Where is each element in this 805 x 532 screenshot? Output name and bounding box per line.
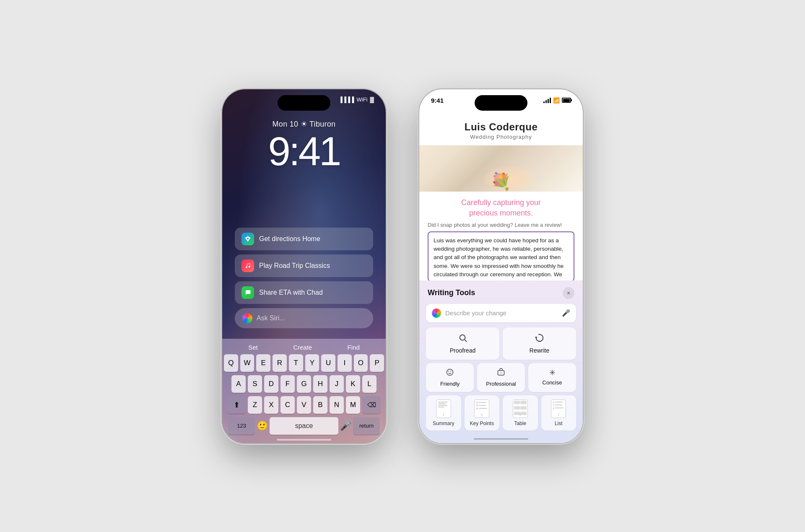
key-y[interactable]: Y [305,354,319,372]
svg-line-5 [465,340,467,342]
list-button[interactable]: ↓ List [541,395,576,431]
suggestion-messages-label: Share ETA with Chad [259,289,323,296]
writing-tools-mic-icon[interactable]: 🎤 [562,309,570,317]
svg-point-6 [447,369,453,375]
writing-tools-input[interactable]: Describe your change 🎤 [426,304,576,322]
proofread-button[interactable]: Proofread [426,327,499,360]
key-b[interactable]: B [313,396,327,414]
key-r[interactable]: R [273,354,287,372]
suggestion-directions[interactable]: Get directions Home [235,228,373,250]
table-button[interactable]: ↓ Table [503,395,538,431]
maps-icon [242,233,254,245]
writing-tools-close-button[interactable]: × [563,287,574,299]
photographer-subtitle: Wedding Photography [428,134,574,140]
key-d[interactable]: D [264,375,278,393]
battery-icon-1: ▓ [370,96,374,103]
professional-button[interactable]: Professional [477,363,525,392]
key-t[interactable]: T [289,354,303,372]
rewrite-label: Rewrite [530,347,549,354]
key-return[interactable]: return [353,417,380,435]
summary-button[interactable]: ↓ Summary [426,395,461,431]
key-emoji[interactable]: 🙂 [255,418,270,434]
table-doc-icon: ↓ [513,400,528,418]
phone-1-lock-screen: 9:41 ▐▐▐▐ WiFi ▓ Mon 10 ☀ Tiburon 9:41 G… [222,89,386,443]
key-i[interactable]: I [338,354,352,372]
hero-flowers-decoration: 💐 [491,172,512,192]
website-header: Luis Coderque Wedding Photography [419,114,583,145]
review-text-box[interactable]: Luis was everything we could have hoped … [428,231,574,282]
predictive-row: Set Create Find [224,342,384,354]
keyboard-row-3: ⬆ Z X C V B N M ⌫ [224,396,384,414]
friendly-label: Friendly [440,381,460,387]
predict-create[interactable]: Create [293,344,312,351]
writing-tools-panel: Writing Tools × Describe your change 🎤 [419,280,583,443]
key-x[interactable]: X [264,396,278,414]
keyboard-row-2: A S D F G H J K L [224,375,384,393]
key-u[interactable]: U [321,354,335,372]
key-w[interactable]: W [240,354,254,372]
key-j[interactable]: J [330,375,344,393]
review-text: Luis was everything we could have hoped … [434,237,564,282]
siri-suggestions: Get directions Home Play Road Trip Class… [235,228,373,328]
svg-point-2 [246,266,247,268]
key-e[interactable]: E [256,354,270,372]
siri-orb-icon [242,313,252,323]
key-z[interactable]: Z [248,396,262,414]
writing-tools-mid-grid: Friendly Professional ✳ Concise [426,363,576,392]
status-icons-2: 📶 [543,97,571,104]
photographer-name: Luis Coderque [428,121,574,133]
key-c[interactable]: C [280,396,295,414]
dynamic-island-2 [475,95,527,111]
suggestion-music[interactable]: Play Road Trip Classics [235,254,373,277]
key-q[interactable]: Q [224,354,238,372]
wifi-icon-2: 📶 [553,97,560,104]
key-f[interactable]: F [280,375,295,393]
proofread-label: Proofread [450,347,475,354]
home-indicator-1 [277,439,331,441]
key-mic[interactable]: 🎤 [338,418,353,434]
friendly-button[interactable]: Friendly [426,363,474,392]
key-v[interactable]: V [297,396,311,414]
key-points-button[interactable]: ↓ Key Points [465,395,500,431]
key-shift[interactable]: ⬆ [227,396,246,414]
keyboard-row-4: 123 🙂 space 🎤 return [224,417,384,435]
key-n[interactable]: N [330,396,344,414]
music-icon [242,260,254,272]
key-g[interactable]: G [297,375,311,393]
writing-tools-bottom-grid: ↓ Summary ↓ Key Points [426,395,576,431]
key-m[interactable]: M [346,396,360,414]
hero-image: 💐 [419,145,583,192]
key-space[interactable]: space [270,417,339,435]
battery-icon-2 [562,98,571,103]
predict-find[interactable]: Find [348,344,360,351]
key-k[interactable]: K [346,375,360,393]
key-123[interactable]: 123 [228,417,255,435]
lock-time: 9:41 [222,131,386,171]
concise-button[interactable]: ✳ Concise [528,363,576,392]
key-h[interactable]: H [313,375,327,393]
svg-point-1 [247,238,249,239]
list-label: List [555,420,563,426]
writing-tools-placeholder: Describe your change [445,309,558,317]
key-s[interactable]: S [248,375,262,393]
key-l[interactable]: L [362,375,377,393]
lock-date-weather: Mon 10 ☀ Tiburon [222,119,386,129]
key-o[interactable]: O [354,354,368,372]
professional-icon [497,368,505,379]
table-label: Table [514,420,526,426]
summary-doc-icon: ↓ [436,400,451,418]
key-p[interactable]: P [370,354,384,372]
tagline: Carefully capturing yourprecious moments… [419,192,583,222]
key-points-doc-icon: ↓ [474,400,489,418]
key-a[interactable]: A [231,375,246,393]
predict-set[interactable]: Set [248,344,258,351]
rewrite-button[interactable]: Rewrite [503,327,576,360]
concise-icon: ✳ [549,368,556,377]
suggestion-music-label: Play Road Trip Classics [259,262,330,270]
writing-tools-header: Writing Tools × [426,287,576,299]
signal-icon-1: ▐▐▐▐ [339,96,354,103]
suggestion-messages[interactable]: Share ETA with Chad [235,281,373,304]
summary-label: Summary [433,420,454,426]
siri-input[interactable]: Ask Siri... [235,308,373,328]
key-delete[interactable]: ⌫ [362,396,381,414]
